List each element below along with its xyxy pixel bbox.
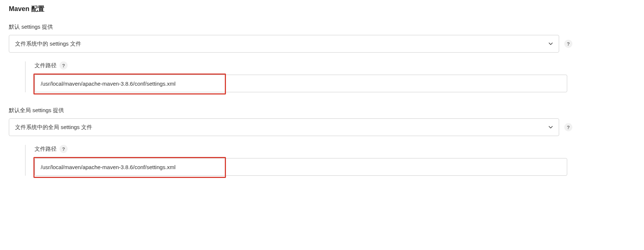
global-filepath-label-row: 文件路径 ?: [35, 145, 635, 153]
default-filepath-input-wrap: [35, 75, 567, 92]
global-filepath-label: 文件路径: [35, 146, 57, 153]
default-settings-label: 默认 settings 提供: [9, 24, 635, 31]
global-settings-select-value: 文件系统中的全局 settings 文件: [15, 124, 92, 131]
help-icon[interactable]: ?: [564, 123, 572, 131]
global-settings-label: 默认全局 settings 提供: [9, 107, 635, 114]
help-icon[interactable]: ?: [564, 40, 572, 48]
default-settings-select[interactable]: 文件系统中的 settings 文件: [9, 35, 559, 53]
page-title: Maven 配置: [9, 4, 635, 13]
default-settings-select-value: 文件系统中的 settings 文件: [15, 40, 81, 47]
global-settings-row: 文件系统中的全局 settings 文件 ?: [9, 118, 635, 136]
global-settings-select[interactable]: 文件系统中的全局 settings 文件: [9, 118, 559, 136]
global-settings-select-wrapper: 文件系统中的全局 settings 文件: [9, 118, 559, 136]
default-settings-select-wrapper: 文件系统中的 settings 文件: [9, 35, 559, 53]
help-icon[interactable]: ?: [60, 61, 68, 69]
default-filepath-label: 文件路径: [35, 62, 57, 69]
global-settings-filepath-block: 文件路径 ?: [25, 145, 635, 176]
help-icon[interactable]: ?: [60, 145, 68, 153]
global-filepath-input-wrap: [35, 158, 567, 176]
default-filepath-input[interactable]: [35, 75, 567, 92]
global-filepath-input[interactable]: [35, 158, 567, 176]
default-settings-row: 文件系统中的 settings 文件 ?: [9, 35, 635, 53]
default-filepath-label-row: 文件路径 ?: [35, 61, 635, 69]
default-settings-filepath-block: 文件路径 ?: [25, 61, 635, 92]
